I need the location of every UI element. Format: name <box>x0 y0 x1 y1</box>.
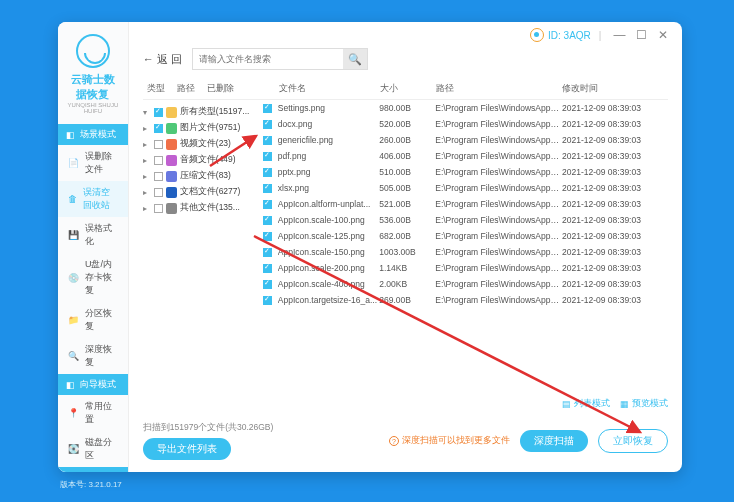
col-path-tree[interactable]: 路径 <box>177 82 195 95</box>
sidebar-item[interactable]: 📍常用位置 <box>58 395 128 431</box>
file-row[interactable]: AppIcon.scale-400.png2.00KBE:\Program Fi… <box>263 276 668 292</box>
tree-item[interactable]: ▸其他文件(135... <box>143 200 263 216</box>
view-switch: ▤ 列表模式 ▦ 预览模式 <box>143 393 668 414</box>
list-mode-button[interactable]: ▤ 列表模式 <box>562 397 610 410</box>
expand-icon[interactable]: ▾ <box>143 108 151 117</box>
table-header: 类型 路径 已删除 文件名 大小 路径 修改时间 <box>143 78 668 100</box>
tree-item[interactable]: ▸压缩文件(83) <box>143 168 263 184</box>
file-row[interactable]: genericfile.png260.00BE:\Program Files\W… <box>263 132 668 148</box>
file-checkbox[interactable] <box>263 200 272 209</box>
file-checkbox[interactable] <box>263 168 272 177</box>
deep-scan-button[interactable]: 深度扫描 <box>520 430 588 452</box>
expand-icon[interactable]: ▸ <box>143 188 151 197</box>
id-badge[interactable]: ID: 3AQR <box>530 28 591 42</box>
sidebar-section-header: ◧更多选项 <box>58 467 128 472</box>
menu-label: 误格式化 <box>85 222 118 248</box>
file-name: AppIcon.scale-400.png <box>278 279 379 289</box>
file-row[interactable]: AppIcon.targetsize-16_a...269.00BE:\Prog… <box>263 292 668 308</box>
col-size[interactable]: 大小 <box>380 82 436 95</box>
file-time: 2021-12-09 08:39:03 <box>562 295 668 305</box>
col-filename[interactable]: 文件名 <box>279 82 380 95</box>
file-name: pdf.png <box>278 151 379 161</box>
file-checkbox[interactable] <box>263 296 272 305</box>
back-button[interactable]: ← 返 回 <box>143 52 182 67</box>
sidebar-item[interactable]: 📄误删除文件 <box>58 145 128 181</box>
menu-icon: 🔍 <box>68 350 79 362</box>
menu-icon: 📄 <box>68 157 79 169</box>
file-size: 2.00KB <box>379 279 435 289</box>
file-checkbox[interactable] <box>263 104 272 113</box>
expand-icon[interactable]: ▸ <box>143 172 151 181</box>
expand-icon[interactable]: ▸ <box>143 140 151 149</box>
tree-checkbox[interactable] <box>154 156 163 165</box>
type-icon <box>166 107 177 118</box>
file-path: E:\Program Files\WindowsApps\... <box>435 135 562 145</box>
tree-checkbox[interactable] <box>154 204 163 213</box>
menu-label: 误清空回收站 <box>83 186 118 212</box>
logo-subtitle: YUNQISHI SHUJU HUIFU <box>66 102 120 114</box>
sidebar-item[interactable]: 💾误格式化 <box>58 217 128 253</box>
close-button[interactable]: ✕ <box>654 28 672 42</box>
minimize-button[interactable]: — <box>609 28 629 42</box>
file-row[interactable]: xlsx.png505.00BE:\Program Files\WindowsA… <box>263 180 668 196</box>
scan-info: 扫描到151979个文件(共30.26GB) <box>143 422 379 434</box>
tree-checkbox[interactable] <box>154 108 163 117</box>
file-row[interactable]: AppIcon.scale-125.png682.00BE:\Program F… <box>263 228 668 244</box>
help-icon[interactable]: ? <box>389 436 399 446</box>
file-row[interactable]: AppIcon.scale-100.png536.00BE:\Program F… <box>263 212 668 228</box>
expand-icon[interactable]: ▸ <box>143 124 151 133</box>
export-button[interactable]: 导出文件列表 <box>143 438 231 460</box>
file-row[interactable]: AppIcon.scale-150.png1003.00BE:\Program … <box>263 244 668 260</box>
file-row[interactable]: AppIcon.altform-unplat...521.00BE:\Progr… <box>263 196 668 212</box>
file-time: 2021-12-09 08:39:03 <box>562 151 668 161</box>
file-checkbox[interactable] <box>263 232 272 241</box>
menu-icon: 📍 <box>68 407 79 419</box>
file-row[interactable]: pdf.png406.00BE:\Program Files\WindowsAp… <box>263 148 668 164</box>
titlebar: ID: 3AQR | — ☐ ✕ <box>129 22 682 48</box>
file-row[interactable]: Settings.png980.00BE:\Program Files\Wind… <box>263 100 668 116</box>
file-checkbox[interactable] <box>263 216 272 225</box>
sidebar-item[interactable]: 💽磁盘分区 <box>58 431 128 467</box>
col-deleted[interactable]: 已删除 <box>207 82 234 95</box>
col-type[interactable]: 类型 <box>147 82 165 95</box>
tree-item[interactable]: ▸视频文件(23) <box>143 136 263 152</box>
col-path[interactable]: 路径 <box>436 82 562 95</box>
preview-mode-button[interactable]: ▦ 预览模式 <box>620 397 668 410</box>
search-box: 🔍 <box>192 48 368 70</box>
file-checkbox[interactable] <box>263 120 272 129</box>
maximize-button[interactable]: ☐ <box>632 28 651 42</box>
file-time: 2021-12-09 08:39:03 <box>562 263 668 273</box>
sidebar-item[interactable]: 🔍深度恢复 <box>58 338 128 374</box>
file-row[interactable]: AppIcon.scale-200.png1.14KBE:\Program Fi… <box>263 260 668 276</box>
tree-item[interactable]: ▸音频文件(449) <box>143 152 263 168</box>
file-checkbox[interactable] <box>263 184 272 193</box>
file-checkbox[interactable] <box>263 280 272 289</box>
recover-button[interactable]: 立即恢复 <box>598 429 668 453</box>
tree-item[interactable]: ▾所有类型(15197... <box>143 104 263 120</box>
file-name: Settings.png <box>278 103 379 113</box>
file-checkbox[interactable] <box>263 264 272 273</box>
sidebar-item[interactable]: 💿U盘/内存卡恢复 <box>58 253 128 302</box>
sidebar-item[interactable]: 📁分区恢复 <box>58 302 128 338</box>
expand-icon[interactable]: ▸ <box>143 204 151 213</box>
tree-label: 音频文件(449) <box>180 154 236 166</box>
file-row[interactable]: pptx.png510.00BE:\Program Files\WindowsA… <box>263 164 668 180</box>
col-mtime[interactable]: 修改时间 <box>562 82 668 95</box>
file-checkbox[interactable] <box>263 248 272 257</box>
tree-item[interactable]: ▸文档文件(6277) <box>143 184 263 200</box>
search-button[interactable]: 🔍 <box>343 49 367 69</box>
file-checkbox[interactable] <box>263 152 272 161</box>
file-row[interactable]: docx.png520.00BE:\Program Files\WindowsA… <box>263 116 668 132</box>
file-checkbox[interactable] <box>263 136 272 145</box>
tree-item[interactable]: ▸图片文件(9751) <box>143 120 263 136</box>
menu-icon: 💿 <box>68 272 79 284</box>
sidebar-item[interactable]: 🗑误清空回收站 <box>58 181 128 217</box>
version-label: 版本号: 3.21.0.17 <box>58 475 122 496</box>
file-path: E:\Program Files\WindowsApps\... <box>435 215 562 225</box>
tree-checkbox[interactable] <box>154 172 163 181</box>
tree-checkbox[interactable] <box>154 188 163 197</box>
tree-checkbox[interactable] <box>154 140 163 149</box>
expand-icon[interactable]: ▸ <box>143 156 151 165</box>
tree-checkbox[interactable] <box>154 124 163 133</box>
search-input[interactable] <box>193 49 343 69</box>
